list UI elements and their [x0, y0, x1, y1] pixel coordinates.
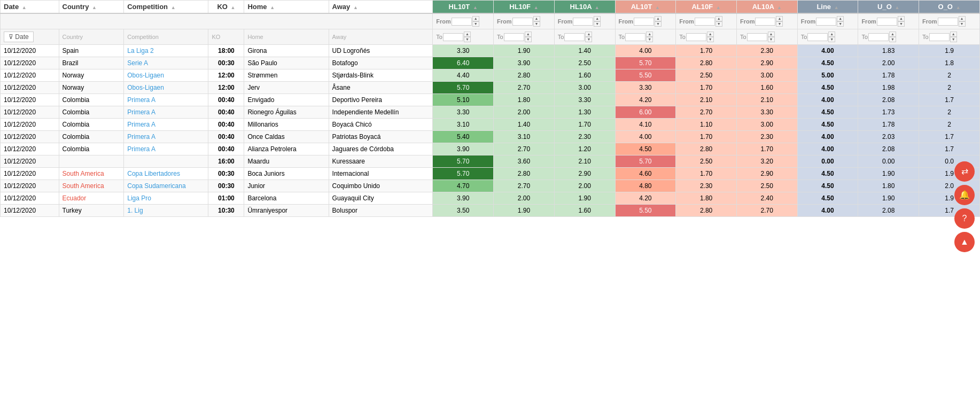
table-cell-al10t: 4.60	[615, 168, 676, 180]
al10a-from-spin[interactable]: ▲▼	[776, 16, 783, 27]
table-cell: Rionegro Águilas	[244, 106, 329, 119]
al10a-to-spin[interactable]: ▲▼	[768, 32, 775, 42]
table-link[interactable]: La Liga 2	[127, 47, 153, 54]
table-cell[interactable]: Primera A	[124, 143, 208, 155]
al10f-to-spin[interactable]: ▲▼	[707, 32, 714, 42]
table-row: 10/12/2020SpainLa Liga 218:00GironaUD Lo…	[1, 45, 980, 57]
col-header-date[interactable]: Date ▲	[1, 1, 59, 14]
col-header-country[interactable]: Country ▲	[59, 1, 124, 14]
hl10t-to-spin[interactable]: ▲▼	[464, 32, 471, 42]
col-header-al10t[interactable]: AL10T ▲	[615, 1, 676, 14]
oo-to-spin[interactable]: ▲▼	[950, 32, 957, 42]
hl10t-from-spin[interactable]: ▲▼	[472, 16, 479, 27]
hl10a-from-spin[interactable]: ▲▼	[594, 16, 601, 27]
table-cell: 10/12/2020	[1, 69, 59, 82]
col-header-home[interactable]: Home ▲	[244, 1, 329, 14]
table-link[interactable]: Copa Libertadores	[127, 170, 180, 177]
hl10t-from-input[interactable]	[452, 18, 472, 26]
line-from-input[interactable]	[816, 18, 836, 26]
table-link[interactable]: Primera A	[127, 96, 155, 104]
oo-from-spin[interactable]: ▲▼	[959, 16, 966, 27]
al10f-from-spin[interactable]: ▲▼	[715, 16, 722, 27]
table-cell[interactable]: Primera A	[124, 119, 208, 131]
table-cell-hl10f: 2.70	[494, 82, 555, 94]
table-link[interactable]: Serie A	[127, 59, 148, 67]
oo-to-input[interactable]	[929, 33, 950, 41]
table-cell[interactable]: Primera A	[124, 94, 208, 106]
table-cell[interactable]: Copa Libertadores	[124, 168, 208, 180]
uo-to-input[interactable]	[868, 33, 889, 41]
table-cell[interactable]: La Liga 2	[124, 45, 208, 57]
table-cell-hl10a: 3.30	[554, 94, 615, 106]
table-cell-hl10t: 5.10	[433, 94, 494, 106]
col-header-hl10t[interactable]: HL10T ▲	[433, 1, 494, 14]
table-link[interactable]: Primera A	[127, 121, 155, 128]
al10t-from-input[interactable]	[634, 18, 654, 26]
fab-help-button[interactable]: ?	[954, 208, 975, 217]
table-link[interactable]: Primera A	[127, 108, 155, 116]
hl10t-from-cell: From ▲▼	[433, 13, 494, 29]
col-header-competition[interactable]: Competition ▲	[124, 1, 208, 14]
uo-from-spin[interactable]: ▲▼	[898, 16, 905, 27]
table-cell[interactable]: Primera A	[124, 106, 208, 119]
table-link[interactable]: South America	[63, 182, 104, 190]
table-cell[interactable]: Ecuador	[59, 192, 124, 205]
table-cell[interactable]: South America	[59, 180, 124, 192]
line-to-spin[interactable]: ▲▼	[828, 32, 835, 42]
hl10a-from-input[interactable]	[573, 18, 593, 26]
col-header-al10f[interactable]: AL10F ▲	[676, 1, 737, 14]
col-header-al10a[interactable]: AL10A ▲	[736, 1, 797, 14]
hl10f-to-spin[interactable]: ▲▼	[525, 32, 532, 42]
date-filter-button[interactable]: ⊽ Date	[4, 32, 34, 42]
table-link[interactable]: Copa Sudamericana	[127, 182, 185, 190]
hl10f-from-spin[interactable]: ▲▼	[533, 16, 540, 27]
col-header-ko[interactable]: KO ▲	[208, 1, 244, 14]
table-link[interactable]: Ecuador	[63, 194, 87, 202]
al10f-to-input[interactable]	[686, 33, 706, 41]
table-cell[interactable]: Obos-Ligaen	[124, 82, 208, 94]
oo-from-input[interactable]	[938, 18, 958, 26]
col-header-away[interactable]: Away ▲	[329, 1, 433, 14]
table-cell[interactable]: Obos-Ligaen	[124, 69, 208, 82]
table-link[interactable]: Obos-Ligaen	[127, 84, 164, 91]
line-to-input[interactable]	[807, 33, 828, 41]
al10f-from-input[interactable]	[695, 18, 715, 26]
hl10t-to-input[interactable]	[443, 33, 463, 41]
table-cell: Kuressaare	[329, 155, 433, 168]
hl10f-to-input[interactable]	[504, 33, 524, 41]
col-header-line[interactable]: Line ▲	[797, 1, 858, 14]
col-header-oo[interactable]: O_O ▲	[919, 1, 980, 14]
al10t-from-spin[interactable]: ▲▼	[655, 16, 662, 27]
uo-from-input[interactable]	[877, 18, 897, 26]
table-cell[interactable]: Liga Pro	[124, 192, 208, 205]
table-cell[interactable]: Copa Sudamericana	[124, 180, 208, 192]
table-link[interactable]: Primera A	[127, 133, 155, 141]
hl10a-to-spin[interactable]: ▲▼	[585, 32, 592, 42]
al10a-from-input[interactable]	[755, 18, 775, 26]
col-header-uo[interactable]: U_O ▲	[858, 1, 919, 14]
hl10a-to-input[interactable]	[564, 33, 585, 41]
table-link[interactable]: Primera A	[127, 145, 155, 153]
table-cell: Colombia	[59, 106, 124, 119]
line-from-spin[interactable]: ▲▼	[837, 16, 844, 27]
table-link[interactable]: 1. Lig	[127, 207, 143, 214]
table-cell[interactable]: Primera A	[124, 131, 208, 143]
table-cell-hl10a: 1.70	[554, 119, 615, 131]
fab-share-button[interactable]: ⇄	[954, 161, 975, 182]
table-link[interactable]: South America	[63, 170, 104, 177]
col-header-hl10a[interactable]: HL10A ▲	[554, 1, 615, 14]
al10a-to-input[interactable]	[747, 33, 767, 41]
col-header-hl10f[interactable]: HL10F ▲	[494, 1, 555, 14]
hl10f-from-input[interactable]	[512, 18, 533, 26]
fab-notify-button[interactable]: 🔔	[954, 185, 975, 205]
al10t-to-input[interactable]	[625, 33, 645, 41]
uo-to-spin[interactable]: ▲▼	[889, 32, 896, 42]
ko-filter-cell: KO	[208, 29, 244, 45]
table-cell[interactable]: 1. Lig	[124, 205, 208, 217]
table-cell[interactable]: Serie A	[124, 57, 208, 69]
al10t-to-spin[interactable]: ▲▼	[646, 32, 653, 42]
table-link[interactable]: Liga Pro	[127, 194, 151, 202]
table-link[interactable]: Obos-Ligaen	[127, 72, 164, 79]
table-cell[interactable]: South America	[59, 168, 124, 180]
table-row: 10/12/2020Turkey1. Lig10:30ÜmraniyesporB…	[1, 205, 980, 217]
